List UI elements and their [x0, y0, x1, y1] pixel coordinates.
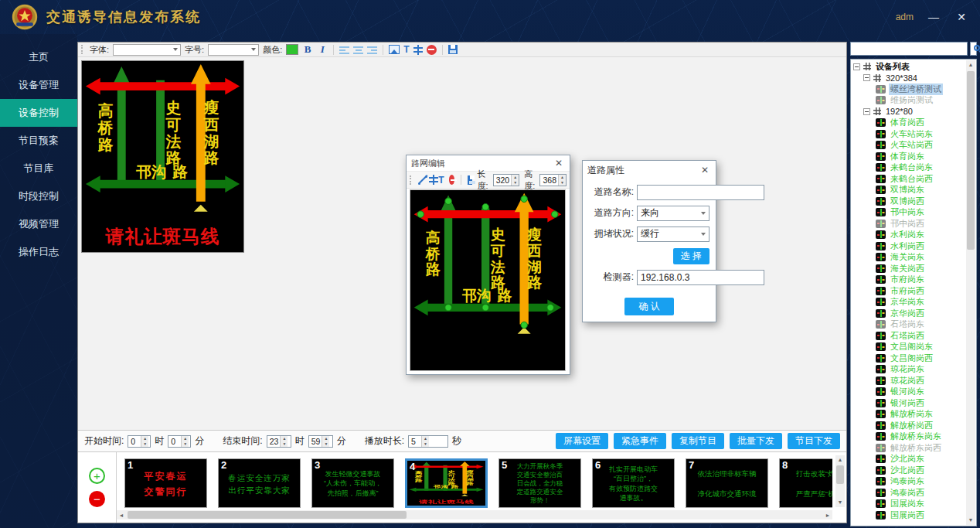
sidebar-item-操作日志[interactable]: 操作日志: [0, 238, 77, 266]
draw-road-icon[interactable]: [418, 175, 424, 185]
tree-device-row[interactable]: 海关岗东: [852, 252, 965, 264]
device-label[interactable]: 海关岗东: [889, 251, 926, 263]
sidebar-item-节目预案[interactable]: 节目预案: [0, 127, 77, 155]
spin-down-icon[interactable]: ▼: [182, 441, 189, 447]
tree-device-row[interactable]: 解放桥岗西: [852, 420, 965, 431]
tree-device-row[interactable]: 邗中岗东: [852, 207, 965, 219]
device-label[interactable]: 双博岗西: [889, 196, 926, 207]
save-icon[interactable]: [468, 175, 473, 185]
start-minute-spinner[interactable]: 0▲▼: [168, 435, 191, 448]
device-label[interactable]: 银河岗东: [889, 386, 926, 397]
bold-icon[interactable]: B: [302, 43, 313, 56]
device-label[interactable]: 邗中岗西: [889, 218, 926, 230]
spin-up-icon[interactable]: ▲: [559, 175, 566, 180]
program-thumbnail-5[interactable]: 5大力开展秋冬季交通安全整治百日会战，全力稳定道路交通安全形势！: [499, 458, 581, 508]
program-thumbnail-3[interactable]: 3发生轻微交通事故“人未伤，车能动，先拍照，后撤离”: [311, 458, 394, 508]
tree-device-row[interactable]: 市府岗东: [852, 274, 965, 286]
align-center-icon[interactable]: [353, 46, 363, 54]
scroll-down-icon[interactable]: ▼: [968, 516, 974, 525]
road-name-input[interactable]: [637, 185, 764, 200]
tree-device-row[interactable]: 体育岗东: [852, 151, 965, 162]
program-thumbnail-1[interactable]: 1平安春运交警同行: [124, 458, 207, 508]
tree-device-row[interactable]: 体育岗西: [852, 118, 965, 129]
road-direction-select[interactable]: 来向: [637, 206, 709, 221]
spin-value[interactable]: 23: [267, 436, 281, 447]
device-label[interactable]: 鸿泰岗西: [889, 487, 926, 499]
spin-down-icon[interactable]: ▼: [512, 180, 519, 186]
program-vertical-scrollbar[interactable]: ▲ ▼: [835, 455, 845, 507]
schedule-button-复制节目[interactable]: 复制节目: [672, 433, 724, 449]
schedule-button-屏幕设置[interactable]: 屏幕设置: [556, 433, 608, 449]
device-label[interactable]: 沙北岗西: [889, 465, 926, 476]
toolbar-grip[interactable]: [410, 175, 412, 185]
tree-device-row[interactable]: 文昌阁岗西: [852, 353, 965, 364]
tree-device-row[interactable]: 京华岗西: [852, 308, 965, 319]
device-label[interactable]: 文昌阁岗西: [889, 353, 934, 364]
tree-device-row[interactable]: 水利岗东: [852, 230, 965, 241]
device-label[interactable]: 火车站岗西: [889, 139, 934, 151]
tree-device-row[interactable]: 银河岗东: [852, 387, 965, 398]
italic-icon[interactable]: I: [317, 43, 328, 56]
device-label[interactable]: 海关岗西: [889, 263, 926, 274]
end-hour-spinner[interactable]: 23▲▼: [267, 435, 291, 448]
program-thumbnail-4[interactable]: 4高桥路史可法路瘦西湖路邗沟路请礼让斑马线: [405, 458, 488, 508]
device-label[interactable]: 京华岗东: [889, 296, 926, 308]
tree-device-row[interactable]: 来鹤台岗东: [852, 162, 965, 174]
add-program-button[interactable]: +: [89, 468, 105, 484]
spin-down-icon[interactable]: ▼: [559, 180, 566, 186]
tree-device-row[interactable]: 解放桥东岗西: [852, 442, 965, 454]
collapse-icon[interactable]: [863, 108, 870, 115]
device-label[interactable]: 体育岗西: [889, 117, 926, 128]
tree-device-row[interactable]: 国展岗西: [852, 509, 965, 521]
device-label[interactable]: 鸿泰岗东: [889, 475, 926, 487]
tree-device-row[interactable]: 京华岗东: [852, 297, 965, 308]
spin-value[interactable]: 5: [409, 436, 421, 447]
scroll-right-icon[interactable]: ►: [823, 513, 832, 518]
schedule-button-批量下发[interactable]: 批量下发: [730, 433, 782, 449]
color-swatch[interactable]: [286, 44, 298, 55]
tree-root-label[interactable]: 设备列表: [874, 61, 911, 73]
device-label[interactable]: 沙北岗东: [889, 453, 926, 465]
device-label[interactable]: 体育岗东: [889, 151, 926, 162]
tree-device-row[interactable]: 水利岗西: [852, 240, 965, 252]
congestion-select[interactable]: 缓行: [637, 227, 709, 242]
device-label[interactable]: 石塔岗西: [889, 330, 926, 342]
detector-input[interactable]: [637, 270, 764, 285]
road-props-titlebar[interactable]: 道路属性 ✕: [583, 161, 716, 179]
save-icon[interactable]: [448, 45, 458, 54]
minimize-icon[interactable]: —: [926, 11, 941, 23]
tree-device-row[interactable]: 双博岗东: [852, 185, 965, 196]
tree-group-label[interactable]: 320*384: [884, 73, 919, 83]
collapse-icon[interactable]: [863, 74, 870, 81]
tree-device-row[interactable]: 国展岗东: [852, 499, 965, 510]
device-label[interactable]: 文昌阁岗东: [889, 341, 934, 353]
tree-device-row[interactable]: 来鹤台岗西: [852, 173, 965, 185]
toolbar-grip[interactable]: [81, 45, 84, 54]
device-label[interactable]: 螺丝湾桥测试: [889, 83, 943, 95]
tree-device-row[interactable]: 邗中岗西: [852, 218, 965, 230]
scroll-up-icon[interactable]: ▲: [838, 455, 843, 465]
tree-device-row[interactable]: 沙北岗西: [852, 465, 965, 476]
tree-device-row[interactable]: 维扬岗测试: [852, 95, 965, 107]
device-label[interactable]: 银河岗西: [889, 397, 926, 409]
length-spinner[interactable]: 320▲▼: [493, 174, 520, 186]
height-spinner[interactable]: 368▲▼: [539, 174, 567, 186]
device-label[interactable]: 水利岗西: [889, 240, 926, 252]
text-tool-icon[interactable]: T: [438, 175, 444, 186]
device-label[interactable]: 市府岗东: [889, 274, 926, 285]
tree-device-row[interactable]: 市府岗西: [852, 285, 965, 297]
text-tool-icon[interactable]: T: [403, 44, 409, 55]
device-label[interactable]: 国展岗西: [889, 509, 926, 521]
device-label[interactable]: 京华岗西: [889, 308, 926, 319]
start-hour-spinner[interactable]: 0▲▼: [128, 435, 151, 448]
device-label[interactable]: 双博岗东: [889, 184, 926, 196]
road-network-icon[interactable]: [413, 45, 423, 55]
tree-device-row[interactable]: 火车站岗西: [852, 140, 965, 152]
confirm-button[interactable]: 确 认: [624, 298, 673, 315]
sidebar-item-设备管理[interactable]: 设备管理: [0, 71, 77, 99]
program-thumbnail-6[interactable]: 6扎实开展电动车“百日整治”，有效预防道路交通事故。: [592, 458, 675, 508]
tree-device-row[interactable]: 火车站岗东: [852, 128, 965, 140]
collapse-icon[interactable]: [853, 63, 860, 70]
spin-value[interactable]: 0: [128, 436, 141, 447]
scrollbar-thumb[interactable]: [967, 71, 975, 250]
